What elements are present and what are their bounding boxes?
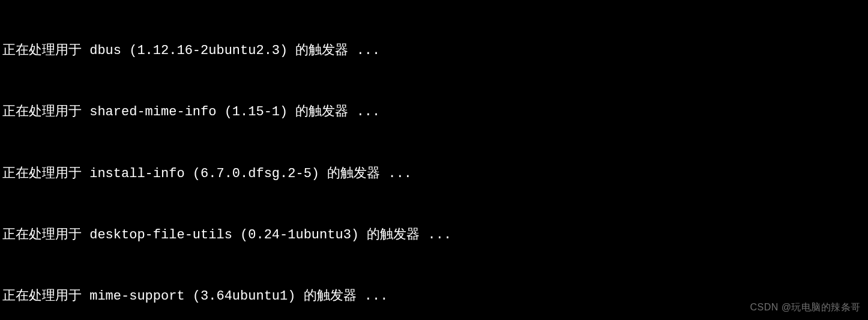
terminal-line: 正在处理用于 dbus (1.12.16-2ubuntu2.3) 的触发器 ..… xyxy=(2,41,866,61)
terminal-output[interactable]: 正在处理用于 dbus (1.12.16-2ubuntu2.3) 的触发器 ..… xyxy=(2,0,866,320)
terminal-line: 正在处理用于 install-info (6.7.0.dfsg.2-5) 的触发… xyxy=(2,164,866,184)
terminal-line: 正在处理用于 shared-mime-info (1.15-1) 的触发器 ..… xyxy=(2,102,866,122)
watermark-text: CSDN @玩电脑的辣条哥 xyxy=(750,300,861,315)
terminal-line: 正在处理用于 desktop-file-utils (0.24-1ubuntu3… xyxy=(2,225,866,246)
terminal-line: 正在处理用于 mime-support (3.64ubuntu1) 的触发器 .… xyxy=(2,286,866,307)
